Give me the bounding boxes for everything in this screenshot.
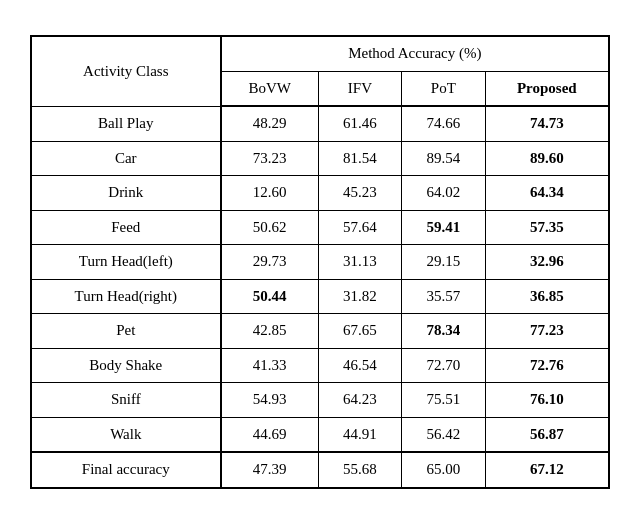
pot-cell: 64.02 (402, 176, 485, 211)
activity-cell: Feed (31, 210, 221, 245)
pot-cell: 65.00 (402, 452, 485, 488)
pot-cell: 35.57 (402, 279, 485, 314)
table-row: Body Shake41.3346.5472.7072.76 (31, 348, 609, 383)
bovw-cell: 48.29 (221, 106, 319, 141)
activity-cell: Ball Play (31, 106, 221, 141)
table-row: Feed50.6257.6459.4157.35 (31, 210, 609, 245)
proposed-header: Proposed (485, 71, 609, 106)
pot-cell: 78.34 (402, 314, 485, 349)
proposed-cell: 72.76 (485, 348, 609, 383)
activity-cell: Pet (31, 314, 221, 349)
table-row: Pet42.8567.6578.3477.23 (31, 314, 609, 349)
table-row: Walk44.6944.9156.4256.87 (31, 417, 609, 452)
proposed-cell: 77.23 (485, 314, 609, 349)
ifv-cell: 64.23 (318, 383, 401, 418)
bovw-cell: 44.69 (221, 417, 319, 452)
ifv-cell: 46.54 (318, 348, 401, 383)
proposed-cell: 74.73 (485, 106, 609, 141)
bovw-cell: 54.93 (221, 383, 319, 418)
table-row: Car73.2381.5489.5489.60 (31, 141, 609, 176)
table-row: Drink12.6045.2364.0264.34 (31, 176, 609, 211)
bovw-cell: 73.23 (221, 141, 319, 176)
ifv-cell: 44.91 (318, 417, 401, 452)
proposed-cell: 57.35 (485, 210, 609, 245)
pot-cell: 72.70 (402, 348, 485, 383)
ifv-cell: 55.68 (318, 452, 401, 488)
proposed-cell: 89.60 (485, 141, 609, 176)
bovw-cell: 41.33 (221, 348, 319, 383)
bovw-cell: 29.73 (221, 245, 319, 280)
bovw-cell: 47.39 (221, 452, 319, 488)
table-row: Sniff54.9364.2375.5176.10 (31, 383, 609, 418)
activity-cell: Turn Head(left) (31, 245, 221, 280)
table-row: Final accuracy47.3955.6865.0067.12 (31, 452, 609, 488)
ifv-cell: 81.54 (318, 141, 401, 176)
activity-cell: Sniff (31, 383, 221, 418)
ifv-cell: 45.23 (318, 176, 401, 211)
ifv-header: IFV (318, 71, 401, 106)
accuracy-table: Activity Class Method Accuracy (%) BoVW … (30, 35, 610, 489)
bovw-cell: 12.60 (221, 176, 319, 211)
pot-cell: 29.15 (402, 245, 485, 280)
activity-cell: Turn Head(right) (31, 279, 221, 314)
activity-class-header: Activity Class (31, 36, 221, 106)
proposed-cell: 56.87 (485, 417, 609, 452)
proposed-cell: 64.34 (485, 176, 609, 211)
ifv-cell: 67.65 (318, 314, 401, 349)
ifv-cell: 31.82 (318, 279, 401, 314)
ifv-cell: 31.13 (318, 245, 401, 280)
activity-cell: Final accuracy (31, 452, 221, 488)
pot-cell: 59.41 (402, 210, 485, 245)
pot-header: PoT (402, 71, 485, 106)
table-container: Activity Class Method Accuracy (%) BoVW … (10, 15, 630, 509)
bovw-header: BoVW (221, 71, 319, 106)
pot-cell: 75.51 (402, 383, 485, 418)
pot-cell: 74.66 (402, 106, 485, 141)
activity-cell: Drink (31, 176, 221, 211)
bovw-cell: 50.62 (221, 210, 319, 245)
bovw-cell: 50.44 (221, 279, 319, 314)
header-row-1: Activity Class Method Accuracy (%) (31, 36, 609, 71)
activity-cell: Walk (31, 417, 221, 452)
activity-cell: Body Shake (31, 348, 221, 383)
activity-cell: Car (31, 141, 221, 176)
proposed-cell: 67.12 (485, 452, 609, 488)
table-row: Ball Play48.2961.4674.6674.73 (31, 106, 609, 141)
bovw-cell: 42.85 (221, 314, 319, 349)
pot-cell: 56.42 (402, 417, 485, 452)
pot-cell: 89.54 (402, 141, 485, 176)
proposed-cell: 36.85 (485, 279, 609, 314)
method-accuracy-header: Method Accuracy (%) (221, 36, 609, 71)
proposed-cell: 32.96 (485, 245, 609, 280)
ifv-cell: 57.64 (318, 210, 401, 245)
table-row: Turn Head(left)29.7331.1329.1532.96 (31, 245, 609, 280)
table-row: Turn Head(right)50.4431.8235.5736.85 (31, 279, 609, 314)
ifv-cell: 61.46 (318, 106, 401, 141)
proposed-cell: 76.10 (485, 383, 609, 418)
